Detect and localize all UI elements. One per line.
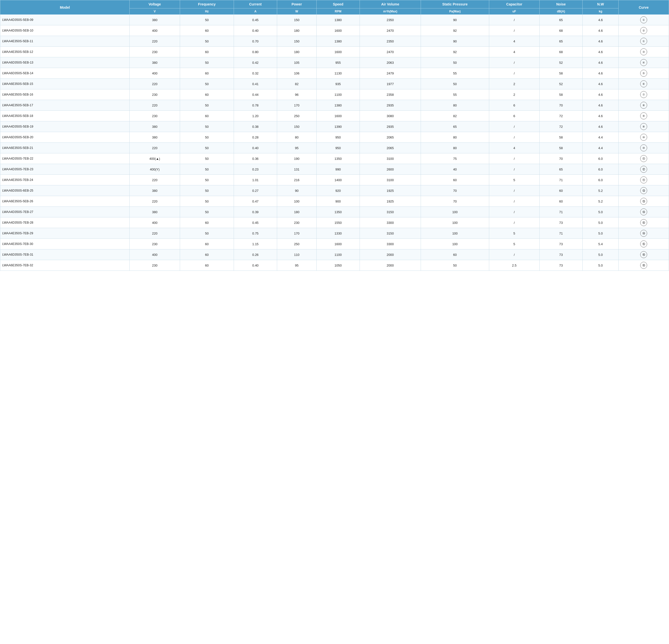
sub-capacitor: uF — [489, 9, 540, 15]
cell-air_volume: 2935 — [359, 121, 421, 132]
cell-model: LWAA4D350S-7EB-22 — [0, 153, 130, 164]
sub-air-volume: m³/h(Max) — [359, 9, 421, 15]
table-row: LWAA6D350S-5EB-14400600.321061130247955/… — [0, 68, 669, 79]
cell-current: 0.41 — [234, 79, 277, 89]
cell-voltage: 220 — [130, 79, 180, 89]
cell-current: 0.45 — [234, 15, 277, 25]
cell-curve: ⑫ — [618, 164, 669, 175]
cell-air_volume: 3100 — [359, 175, 421, 185]
cell-current: 0.40 — [234, 260, 277, 271]
cell-nw: 5.0 — [583, 207, 618, 217]
cell-capacitor: / — [489, 153, 540, 164]
cell-voltage: 400 — [130, 25, 180, 36]
table-body: LWAA4D350S-5EB-09380500.451501380235090/… — [0, 15, 669, 271]
cell-voltage: 220 — [130, 143, 180, 153]
cell-power: 150 — [277, 15, 316, 25]
cell-current: 0.78 — [234, 100, 277, 111]
table-row: LWAA6E350S-7EB-32230600.409510502000502.… — [0, 260, 669, 271]
cell-current: 0.32 — [234, 68, 277, 79]
table-row: LWAA6D350S-5EB-13380500.42105955206350/5… — [0, 57, 669, 68]
curve-value: ① — [640, 16, 647, 23]
cell-model: LWAA6E350S-7EB-32 — [0, 260, 130, 271]
cell-speed: 1330 — [317, 228, 360, 239]
cell-noise: 71 — [539, 207, 583, 217]
cell-power: 180 — [277, 25, 316, 36]
cell-nw: 5.2 — [583, 196, 618, 207]
cell-current: 0.39 — [234, 207, 277, 217]
cell-capacitor: / — [489, 68, 540, 79]
col-capacitor: Capacitor — [489, 0, 540, 9]
cell-frequency: 60 — [180, 217, 234, 228]
table-row: LWAA4E350S-5EB-18230601.2025016003080826… — [0, 111, 669, 121]
cell-curve: ① — [618, 15, 669, 25]
cell-nw: 4.6 — [583, 121, 618, 132]
cell-speed: 1050 — [317, 260, 360, 271]
cell-static_pressure: 82 — [421, 111, 489, 121]
curve-value: ⑬ — [640, 198, 647, 205]
cell-voltage: 400 — [130, 217, 180, 228]
cell-voltage: 380 — [130, 185, 180, 196]
curve-value: ④ — [640, 59, 647, 66]
curve-value: ⑯ — [640, 262, 647, 269]
cell-noise: 58 — [539, 89, 583, 100]
cell-air_volume: 2600 — [359, 164, 421, 175]
product-table: Model Voltage Frequency Current Power Sp… — [0, 0, 669, 271]
curve-value: ⑪ — [640, 155, 647, 162]
sub-power: W — [277, 9, 316, 15]
curve-value: ⑭ — [640, 230, 647, 237]
cell-power: 170 — [277, 100, 316, 111]
cell-voltage: 230 — [130, 111, 180, 121]
col-speed: Speed — [317, 0, 360, 9]
cell-noise: 58 — [539, 143, 583, 153]
cell-noise: 60 — [539, 185, 583, 196]
cell-frequency: 60 — [180, 68, 234, 79]
cell-nw: 5.0 — [583, 260, 618, 271]
cell-current: 0.70 — [234, 36, 277, 47]
cell-air_volume: 1925 — [359, 185, 421, 196]
sub-current: A — [234, 9, 277, 15]
cell-model: LWAA6D350S-5EB-14 — [0, 68, 130, 79]
curve-value: ⑫ — [640, 166, 647, 173]
cell-static_pressure: 92 — [421, 47, 489, 57]
cell-nw: 4.4 — [583, 132, 618, 143]
cell-noise: 73 — [539, 217, 583, 228]
cell-static_pressure: 50 — [421, 57, 489, 68]
cell-nw: 4.6 — [583, 111, 618, 121]
main-table-wrapper: Model Voltage Frequency Current Power Sp… — [0, 0, 669, 271]
cell-voltage: 230 — [130, 260, 180, 271]
cell-model: LWAA6D350S-5EB-13 — [0, 57, 130, 68]
cell-static_pressure: 92 — [421, 25, 489, 36]
curve-value: ⑩ — [640, 134, 647, 141]
cell-capacitor: / — [489, 15, 540, 25]
col-static-pressure: Static Pressure — [421, 0, 489, 9]
cell-curve: ⑩ — [618, 132, 669, 143]
cell-speed: 935 — [317, 79, 360, 89]
cell-speed: 1600 — [317, 25, 360, 36]
cell-power: 180 — [277, 207, 316, 217]
cell-noise: 58 — [539, 132, 583, 143]
cell-current: 0.28 — [234, 132, 277, 143]
sub-noise: dB(A) — [539, 9, 583, 15]
cell-current: 0.40 — [234, 25, 277, 36]
cell-noise: 65 — [539, 15, 583, 25]
cell-curve: ⑦ — [618, 89, 669, 100]
cell-speed: 920 — [317, 185, 360, 196]
cell-static_pressure: 55 — [421, 89, 489, 100]
cell-speed: 1550 — [317, 217, 360, 228]
cell-nw: 6.0 — [583, 164, 618, 175]
cell-air_volume: 3150 — [359, 207, 421, 217]
cell-static_pressure: 50 — [421, 79, 489, 89]
col-air-volume: Air Volume — [359, 0, 421, 9]
cell-nw: 4.4 — [583, 143, 618, 153]
cell-voltage: 220 — [130, 228, 180, 239]
table-row: LWAA4D350S-7EB-23400(Y)500.2313199026004… — [0, 164, 669, 175]
cell-frequency: 50 — [180, 132, 234, 143]
cell-capacitor: / — [489, 121, 540, 132]
cell-frequency: 60 — [180, 239, 234, 249]
table-row: LWAA4E350S-5EB-11220500.7015013802350904… — [0, 36, 669, 47]
curve-value: ⑥ — [640, 80, 647, 87]
cell-nw: 4.6 — [583, 25, 618, 36]
cell-speed: 1380 — [317, 15, 360, 25]
cell-curve: ⑪ — [618, 153, 669, 164]
cell-nw: 5.0 — [583, 217, 618, 228]
